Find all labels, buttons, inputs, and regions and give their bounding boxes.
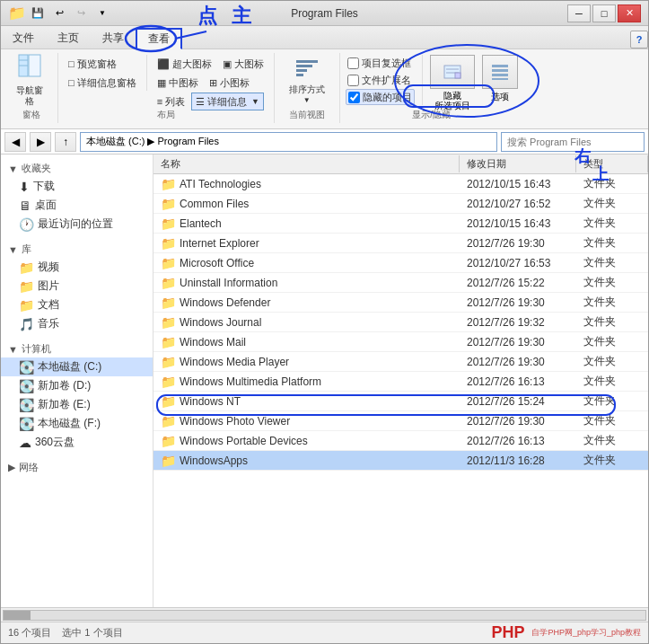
hscroll-thumb[interactable] — [4, 611, 31, 620]
sidebar-item-downloads[interactable]: ⬇ 下载 — [1, 177, 153, 196]
folder-icon: 📁 — [161, 434, 176, 448]
nav-pane-button[interactable]: 导航窗格 — [10, 55, 49, 105]
sidebar-computer-header[interactable]: ▼ 计算机 — [1, 339, 153, 357]
table-row[interactable]: 📁Windows Multimedia Platform2012/7/26 16… — [153, 372, 648, 392]
table-row[interactable]: 📁WindowsApps2012/11/3 16:28文件夹 — [153, 451, 648, 471]
hscroll-track[interactable] — [3, 610, 646, 621]
tab-view[interactable]: 查看 — [136, 28, 182, 49]
item-checkbox-toggle[interactable]: 项目复选框 — [346, 55, 415, 71]
sidebar-item-video[interactable]: 📁 视频 — [1, 258, 153, 277]
file-extensions-toggle[interactable]: 文件扩展名 — [346, 72, 415, 88]
table-row[interactable]: 📁Windows Photo Viewer2012/7/26 19:30文件夹 — [153, 411, 648, 431]
item-checkbox-input[interactable] — [347, 57, 359, 69]
table-row[interactable]: 📁Microsoft Office2012/10/27 16:53文件夹 — [153, 253, 648, 273]
help-button[interactable]: ? — [630, 31, 648, 49]
tab-home[interactable]: 主页 — [46, 27, 91, 49]
back-button[interactable]: ◀ — [4, 132, 26, 152]
folder-icon: 📁 — [161, 236, 176, 251]
table-row[interactable]: 📁Windows Mail2012/7/26 19:30文件夹 — [153, 332, 648, 352]
sidebar-item-pictures[interactable]: 📁 图片 — [1, 277, 153, 296]
hidden-items-toggle[interactable]: 隐藏的项目 — [346, 89, 415, 105]
file-name-cell: 📁Windows NT — [153, 393, 460, 410]
sidebar-item-drive-e[interactable]: 💽 新加卷 (E:) — [1, 395, 153, 414]
file-name: Windows Media Player — [180, 356, 289, 368]
file-list: 名称 修改日期 类型 📁ATI Technologies2012/10/15 1… — [153, 154, 648, 607]
panes-group-label: 窗格 — [4, 109, 57, 121]
table-row[interactable]: 📁Elantech2012/10/15 16:43文件夹 — [153, 214, 648, 234]
horizontal-scrollbar[interactable] — [1, 607, 648, 622]
details-pane-btn[interactable]: □ 详细信息窗格 — [64, 74, 141, 92]
file-type-cell: 文件夹 — [576, 372, 648, 391]
title-bar-left: 📁 💾 ↩ ↪ ▼ — [8, 4, 119, 22]
forward-button[interactable]: ▶ — [30, 132, 51, 152]
table-row[interactable]: 📁Windows Portable Devices2012/7/26 16:13… — [153, 431, 648, 451]
redo-quick-btn[interactable]: ↪ — [71, 4, 91, 22]
list-view-btn[interactable]: ≡ 列表 — [153, 93, 189, 110]
small-icons-btn[interactable]: ⊞ 小图标 — [205, 74, 254, 92]
svg-rect-6 — [296, 69, 307, 72]
sidebar: ▼ 收藏夹 ⬇ 下载 🖥 桌面 🕐 最近访问的位置 ▼ 库 📁 — [1, 154, 153, 607]
file-name-cell: 📁Uninstall Information — [153, 274, 460, 292]
watermark-brand: PHP — [491, 623, 524, 642]
svg-rect-14 — [492, 74, 508, 76]
sidebar-item-desktop[interactable]: 🖥 桌面 — [1, 196, 153, 215]
maximize-button[interactable]: □ — [592, 4, 616, 22]
table-row[interactable]: 📁Internet Explorer2012/7/26 19:30文件夹 — [153, 234, 648, 253]
table-row[interactable]: 📁Uninstall Information2012/7/26 15:22文件夹 — [153, 273, 648, 293]
table-row[interactable]: 📁Windows Media Player2012/7/26 19:30文件夹 — [153, 352, 648, 372]
sidebar-item-documents[interactable]: 📁 文档 — [1, 296, 153, 314]
file-name: Windows Multimedia Platform — [180, 375, 321, 388]
tab-share[interactable]: 共享 — [91, 27, 136, 49]
col-header-date[interactable]: 修改日期 — [460, 155, 576, 172]
table-row[interactable]: 📁Windows Journal2012/7/26 19:32文件夹 — [153, 313, 648, 332]
file-type-cell: 文件夹 — [576, 411, 648, 430]
table-row[interactable]: 📁Common Files2012/10/27 16:52文件夹 — [153, 194, 648, 214]
details-view-btn[interactable]: ☰ 详细信息 ▼ — [191, 93, 264, 110]
tab-file[interactable]: 文件 — [1, 27, 46, 49]
table-row[interactable]: 📁Windows Defender2012/7/26 19:30文件夹 — [153, 293, 648, 313]
file-date-cell: 2012/10/15 16:43 — [460, 216, 576, 232]
file-type-cell: 文件夹 — [576, 392, 648, 410]
sidebar-network-header[interactable]: ▶ 网络 — [1, 457, 153, 476]
table-row[interactable]: 📁ATI Technologies2012/10/15 16:43文件夹 — [153, 174, 648, 194]
medium-icons-btn[interactable]: ▦ 中图标 — [153, 74, 203, 92]
search-input[interactable] — [501, 132, 645, 152]
drive-f-icon: 💽 — [19, 417, 34, 431]
col-header-type[interactable]: 类型 — [576, 155, 648, 172]
sort-by-button[interactable]: 排序方式 ▼ — [280, 55, 334, 105]
sidebar-item-drive-d[interactable]: 💽 新加卷 (D:) — [1, 376, 153, 395]
qa-dropdown-btn[interactable]: ▼ — [92, 4, 112, 22]
options-button[interactable] — [482, 55, 518, 89]
sidebar-item-drive-c[interactable]: 💽 本地磁盘 (C:) — [1, 357, 153, 376]
file-name: Windows NT — [180, 395, 241, 408]
table-row[interactable]: 📁Windows NT2012/7/26 15:24文件夹 — [153, 392, 648, 411]
file-name: Windows Mail — [180, 336, 246, 348]
hide-selected-button[interactable] — [430, 55, 475, 89]
close-button[interactable]: ✕ — [618, 4, 641, 22]
folder-icon: 📁 — [161, 296, 176, 310]
extra-large-icons-btn[interactable]: ⬛ 超大图标 — [153, 55, 216, 73]
file-type-cell: 文件夹 — [576, 332, 648, 351]
save-quick-btn[interactable]: 💾 — [28, 4, 48, 22]
hidden-items-input[interactable] — [348, 92, 360, 103]
file-name-cell: 📁WindowsApps — [153, 452, 460, 470]
file-name: Microsoft Office — [180, 257, 254, 269]
sidebar-libraries-header[interactable]: ▼ 库 — [1, 239, 153, 258]
folder-icon: 📁 — [161, 256, 176, 270]
sidebar-item-music[interactable]: 🎵 音乐 — [1, 314, 153, 333]
up-button[interactable]: ↑ — [55, 132, 76, 152]
sidebar-item-drive-f[interactable]: 💽 本地磁盘 (F:) — [1, 414, 153, 433]
sidebar-favorites-header[interactable]: ▼ 收藏夹 — [1, 158, 153, 177]
minimize-button[interactable]: ─ — [567, 4, 591, 22]
sidebar-item-recent[interactable]: 🕐 最近访问的位置 — [1, 215, 153, 234]
file-type-cell: 文件夹 — [576, 194, 648, 213]
hide-selected-label: 隐藏 所选项目 — [434, 91, 470, 110]
sidebar-item-cloud[interactable]: ☁ 360云盘 — [1, 433, 153, 452]
undo-quick-btn[interactable]: ↩ — [49, 4, 69, 22]
col-header-name[interactable]: 名称 — [153, 155, 460, 172]
file-extensions-input[interactable] — [347, 75, 359, 86]
options-label: 选项 — [491, 91, 509, 103]
address-input[interactable] — [80, 132, 497, 152]
large-icons-btn[interactable]: ▣ 大图标 — [218, 55, 268, 73]
preview-pane-btn[interactable]: □ 预览窗格 — [64, 55, 141, 73]
